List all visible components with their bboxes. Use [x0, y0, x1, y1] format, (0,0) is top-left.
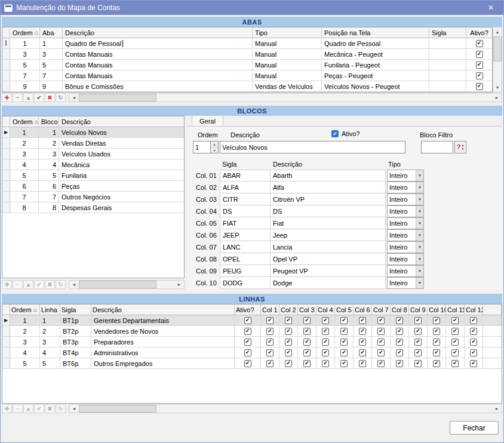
ativo-checkbox[interactable]: ✔	[244, 349, 251, 356]
cell-col-check[interactable]: ✔	[391, 326, 409, 337]
chevron-down-icon[interactable]: ▼	[416, 182, 423, 193]
cell[interactable]: 3	[10, 49, 40, 60]
cell[interactable]: Funilaria	[59, 170, 184, 181]
cell[interactable]: 5	[39, 170, 59, 181]
col-checkbox[interactable]: ✔	[285, 328, 292, 335]
sigla-cell[interactable]: LANC	[220, 241, 271, 253]
cell-ativo[interactable]: ✔	[466, 49, 493, 60]
cell-ativo[interactable]: ✔	[466, 70, 493, 81]
blocos-table-row[interactable]: 88Despesas Gerais	[2, 202, 184, 213]
col-checkbox[interactable]: ✔	[303, 360, 311, 367]
col-checkbox[interactable]: ✔	[451, 328, 459, 335]
ordem-input[interactable]	[193, 141, 211, 153]
col-checkbox[interactable]: ✔	[414, 339, 422, 346]
cell-col-check[interactable]: ✔	[446, 358, 465, 369]
cell[interactable]: Contas Manuais	[63, 60, 253, 70]
cell[interactable]: 1	[10, 38, 40, 49]
post-record-button[interactable]: ✔	[34, 280, 44, 289]
scrollbar-thumb[interactable]	[79, 281, 156, 288]
sigla-cell[interactable]: DS	[220, 205, 271, 217]
cell[interactable]: 3	[40, 49, 63, 60]
cell-col-check[interactable]: ✔	[409, 326, 428, 337]
cell-col-check[interactable]: ✔	[354, 347, 372, 358]
col-checkbox[interactable]: ✔	[433, 360, 440, 367]
cell[interactable]: 8	[10, 202, 39, 213]
col-checkbox[interactable]: ✔	[433, 339, 440, 346]
cell-col-check[interactable]: ✔	[354, 337, 372, 347]
col-checkbox[interactable]: ✔	[340, 360, 348, 367]
col-checkbox[interactable]: ✔	[377, 360, 385, 367]
col-checkbox[interactable]: ✔	[340, 339, 348, 346]
col-checkbox[interactable]: ✔	[266, 360, 273, 367]
scrollbar-thumb[interactable]	[79, 405, 156, 413]
col-checkbox[interactable]: ✔	[322, 360, 329, 367]
cell[interactable]: BT1p	[60, 315, 91, 326]
col-checkbox[interactable]: ✔	[470, 349, 477, 356]
tipo-dropdown[interactable]: Inteiro▼	[387, 229, 424, 241]
horizontal-scrollbar[interactable]: ◄►	[69, 280, 185, 289]
col-checkbox[interactable]: ✔	[285, 349, 292, 356]
scroll-up-button[interactable]: ▲	[493, 27, 502, 36]
cell[interactable]: Bônus e Comissões	[63, 81, 253, 92]
cell-col-check[interactable]: ✔	[261, 326, 279, 337]
chevron-down-icon[interactable]: ▼	[416, 194, 423, 205]
col-checkbox[interactable]: ✔	[340, 328, 348, 335]
horizontal-scrollbar[interactable]: ◄►	[69, 404, 502, 413]
cols-grid-row[interactable]: Col. 09PEUGPeugeot VPInteiro▼	[196, 265, 424, 277]
cols-grid-row[interactable]: Col. 08OPELOpel VPInteiro▼	[196, 253, 424, 265]
cell[interactable]: 7	[10, 70, 40, 81]
chevron-down-icon[interactable]: ▼	[416, 266, 423, 276]
cell-ativo[interactable]: ✔	[466, 38, 493, 49]
sigla-cell[interactable]: ALFA	[220, 181, 271, 193]
cell[interactable]: 7	[39, 192, 59, 202]
cell[interactable]: Contas Manuais	[63, 70, 253, 81]
chevron-down-icon[interactable]: ▼	[416, 254, 423, 264]
cell-ativo[interactable]: ✔	[235, 337, 261, 347]
scroll-down-button[interactable]: ▼	[493, 83, 502, 92]
cell[interactable]: 1	[10, 127, 39, 138]
post-record-button[interactable]: ✔	[34, 93, 44, 102]
cell-col-check[interactable]: ✔	[261, 347, 279, 358]
linhas-column-header[interactable]: Col 11	[446, 304, 465, 315]
chevron-down-icon[interactable]: ▼	[416, 218, 423, 229]
linhas-column-header[interactable]: Col 1	[261, 304, 279, 315]
cell[interactable]: 7	[40, 70, 63, 81]
linhas-table-row[interactable]: 44BT4pAdministrativos✔✔✔✔✔✔✔✔✔✔✔✔✔	[2, 347, 502, 358]
cell[interactable]: Peças - Peugeot	[322, 70, 429, 81]
append-record-button[interactable]: ✚	[2, 404, 12, 413]
descricao-cell[interactable]: Jeep	[271, 229, 386, 241]
cell[interactable]: 3	[10, 337, 40, 347]
cell[interactable]: Manual	[253, 60, 322, 70]
col-checkbox[interactable]: ✔	[340, 317, 348, 324]
cell[interactable]: 4	[10, 347, 40, 358]
cell[interactable]: Vendedores de Novos	[91, 326, 235, 337]
cell-col-check[interactable]: ✔	[428, 347, 446, 358]
cell-col-check[interactable]: ✔	[279, 315, 298, 326]
move-up-button[interactable]: ▲	[23, 280, 33, 289]
cell-col-check[interactable]: ✔	[298, 347, 316, 358]
blocos-table-row[interactable]: 22Vendas Diretas	[2, 138, 184, 149]
cell-col-check[interactable]: ✔	[465, 326, 483, 337]
tipo-dropdown[interactable]: Inteiro▼	[387, 265, 424, 277]
linhas-table-row[interactable]: ▶11BT1pGerentes Departamentais✔✔✔✔✔✔✔✔✔✔…	[2, 315, 502, 326]
sigla-cell[interactable]: OPEL	[220, 253, 271, 265]
abas-column-header[interactable]: Ordem△	[10, 27, 40, 38]
tipo-dropdown[interactable]: Inteiro▼	[387, 205, 424, 217]
sigla-cell[interactable]: PEUG	[220, 265, 271, 277]
move-up-button[interactable]: ▲	[23, 93, 33, 102]
col-checkbox[interactable]: ✔	[359, 317, 366, 324]
col-checkbox[interactable]: ✔	[377, 317, 385, 324]
cell[interactable]: 1	[40, 38, 63, 49]
cell-col-check[interactable]: ✔	[391, 337, 409, 347]
col-checkbox[interactable]: ✔	[359, 349, 366, 356]
cell[interactable]	[429, 49, 466, 60]
col-checkbox[interactable]: ✔	[377, 339, 385, 346]
cell[interactable]: 4	[39, 159, 59, 170]
cell[interactable]: Veículos Novos - Peugeot	[322, 81, 429, 92]
col-checkbox[interactable]: ✔	[322, 349, 329, 356]
chevron-down-icon[interactable]: ▼	[416, 242, 423, 253]
delete-record-button[interactable]: −	[13, 404, 23, 413]
cell-col-check[interactable]: ✔	[298, 358, 316, 369]
col-checkbox[interactable]: ✔	[433, 317, 440, 324]
cell-col-check[interactable]: ✔	[465, 337, 483, 347]
